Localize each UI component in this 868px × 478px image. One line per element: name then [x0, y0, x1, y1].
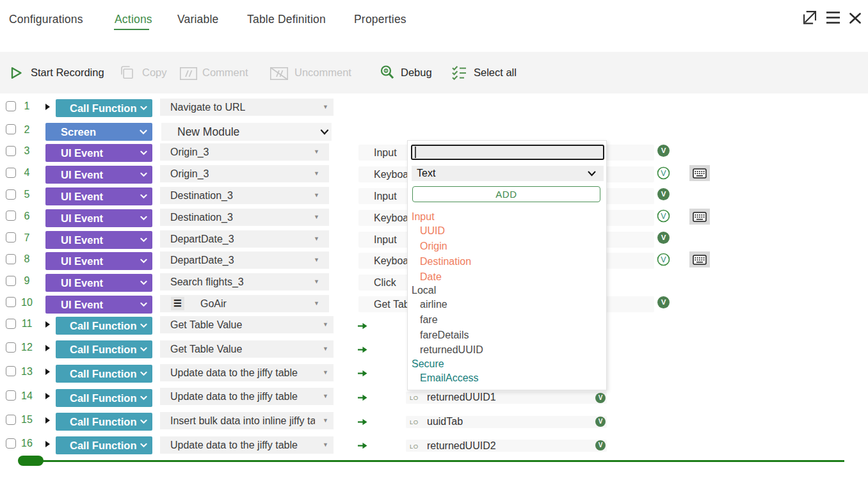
svg-text:V: V: [661, 169, 666, 178]
svg-text:V: V: [661, 212, 666, 221]
svg-text:V: V: [661, 255, 666, 264]
